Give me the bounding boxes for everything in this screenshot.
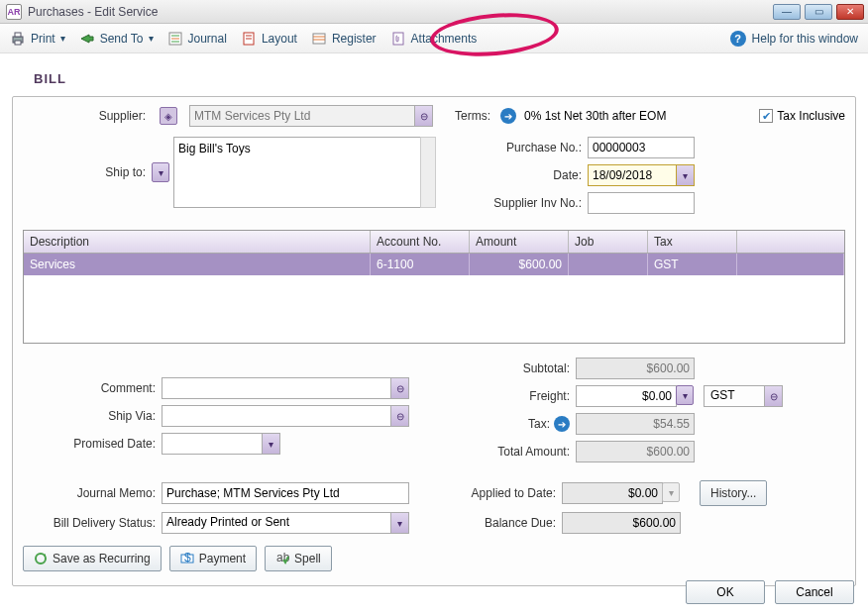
help-icon: ? — [730, 31, 746, 47]
journal-icon — [167, 31, 183, 47]
ship-via-field[interactable]: ⊖ — [162, 405, 409, 427]
delivery-value[interactable]: Already Printed or Sent — [163, 513, 390, 533]
ship-to-label: Ship to: — [23, 165, 152, 179]
col-description[interactable]: Description — [24, 231, 371, 253]
total-field — [576, 441, 695, 462]
register-icon — [311, 31, 327, 47]
dropdown-icon[interactable]: ▾ — [390, 513, 408, 533]
ship-to-field[interactable]: Big Bill's Toys — [173, 137, 421, 208]
comment-label: Comment: — [23, 381, 162, 395]
dropdown-icon[interactable]: ▾ — [662, 482, 680, 502]
cell-amount[interactable]: $600.00 — [470, 254, 569, 275]
payment-icon: $ — [180, 552, 194, 565]
minimize-button[interactable]: — — [773, 4, 801, 20]
ok-button[interactable]: OK — [686, 580, 765, 604]
arrow-icon[interactable]: ➔ — [500, 108, 516, 124]
balance-field — [562, 512, 681, 534]
close-button[interactable]: ✕ — [836, 4, 864, 20]
register-label: Register — [332, 32, 377, 46]
grid-header: Description Account No. Amount Job Tax — [24, 231, 844, 254]
svg-rect-10 — [313, 34, 325, 44]
dropdown-icon[interactable]: ⊖ — [390, 378, 408, 398]
col-spacer — [737, 231, 844, 253]
comment-field[interactable]: ⊖ — [162, 377, 409, 399]
spell-button[interactable]: ab Spell — [265, 546, 332, 571]
layout-icon — [241, 31, 257, 47]
cell-account[interactable]: 6-1100 — [371, 254, 470, 275]
maximize-button[interactable]: ▭ — [805, 4, 832, 20]
dropdown-icon[interactable]: ⊖ — [764, 386, 782, 406]
cell-spacer — [737, 254, 844, 275]
layout-button[interactable]: Layout — [241, 31, 297, 47]
page-title: BILL — [34, 71, 856, 86]
supplier-inv-label: Supplier Inv No.: — [479, 196, 588, 210]
purchase-no-label: Purchase No.: — [479, 141, 588, 154]
arrow-icon[interactable]: ➔ — [554, 416, 570, 432]
comment-value — [163, 378, 390, 398]
grid-row[interactable]: Services 6-1100 $600.00 GST — [24, 254, 844, 275]
send-to-label: Send To — [100, 32, 144, 46]
svg-rect-2 — [15, 41, 21, 45]
applied-field — [562, 482, 663, 504]
toolbar: Print ▾ Send To ▾ Journal Layout Registe… — [0, 24, 868, 53]
terms-label: Terms: — [455, 109, 496, 123]
recurring-icon — [34, 552, 48, 565]
supplier-value: MTM Services Pty Ltd — [190, 109, 414, 123]
promised-date-field[interactable]: ▾ — [162, 433, 280, 455]
cell-job[interactable] — [569, 254, 648, 275]
help-link[interactable]: ? Help for this window — [730, 31, 858, 47]
col-account[interactable]: Account No. — [371, 231, 470, 253]
dropdown-icon[interactable]: ▾ — [676, 385, 694, 405]
date-picker-icon[interactable]: ▾ — [262, 434, 279, 454]
attachments-button[interactable]: Attachments — [390, 31, 478, 47]
save-recurring-button[interactable]: Save as Recurring — [23, 546, 162, 571]
tax-inclusive-checkbox[interactable]: ✔ Tax Inclusive — [759, 109, 845, 123]
col-tax[interactable]: Tax — [648, 231, 737, 253]
col-job[interactable]: Job — [569, 231, 648, 253]
freight-field[interactable] — [576, 385, 677, 407]
ship-via-label: Ship Via: — [23, 409, 162, 423]
freight-label: Freight: — [459, 389, 576, 403]
applied-label: Applied to Date: — [445, 486, 562, 500]
promised-date-label: Promised Date: — [23, 437, 162, 451]
tax-inclusive-label: Tax Inclusive — [777, 109, 845, 123]
ship-to-select-icon[interactable]: ▾ — [152, 162, 169, 182]
svg-text:$: $ — [184, 552, 191, 565]
scrollbar[interactable] — [420, 137, 436, 208]
dropdown-icon[interactable]: ⊖ — [414, 106, 432, 126]
history-button[interactable]: History... — [700, 480, 767, 506]
freight-tax-combo[interactable]: GST ⊖ — [704, 385, 783, 407]
cell-description[interactable]: Services — [24, 254, 371, 275]
subtotal-field — [576, 358, 695, 379]
svg-rect-1 — [15, 33, 21, 37]
supplier-combo[interactable]: MTM Services Pty Ltd ⊖ — [189, 105, 433, 127]
caret-icon: ▾ — [149, 33, 154, 44]
supplier-label: Supplier: — [23, 109, 152, 123]
memo-field[interactable] — [162, 482, 409, 504]
grid-body[interactable]: Services 6-1100 $600.00 GST — [24, 254, 844, 343]
tax-label: Tax: — [528, 417, 550, 431]
ship-via-value — [163, 406, 390, 426]
send-to-button[interactable]: Send To ▾ — [79, 31, 154, 47]
print-label: Print — [31, 32, 55, 46]
cell-tax[interactable]: GST — [648, 254, 737, 275]
layout-label: Layout — [262, 32, 297, 46]
print-button[interactable]: Print ▾ — [10, 31, 65, 47]
supplier-lookup-icon[interactable]: ◈ — [160, 107, 177, 125]
payment-button[interactable]: $ Payment — [169, 546, 257, 571]
cancel-button[interactable]: Cancel — [775, 580, 854, 604]
window-title: Purchases - Edit Service — [28, 5, 773, 19]
dropdown-icon[interactable]: ⊖ — [390, 406, 408, 426]
attachments-label: Attachments — [411, 32, 478, 46]
supplier-inv-field[interactable] — [588, 192, 695, 214]
date-picker-icon[interactable]: ▾ — [676, 165, 694, 185]
purchase-no-field[interactable] — [588, 137, 695, 158]
register-button[interactable]: Register — [311, 31, 377, 47]
journal-button[interactable]: Journal — [167, 31, 227, 47]
delivery-label: Bill Delivery Status: — [23, 516, 162, 530]
balance-label: Balance Due: — [445, 516, 562, 530]
date-field[interactable] — [589, 165, 676, 185]
col-amount[interactable]: Amount — [470, 231, 569, 253]
tax-field — [576, 413, 695, 435]
checkbox-icon: ✔ — [759, 109, 773, 123]
